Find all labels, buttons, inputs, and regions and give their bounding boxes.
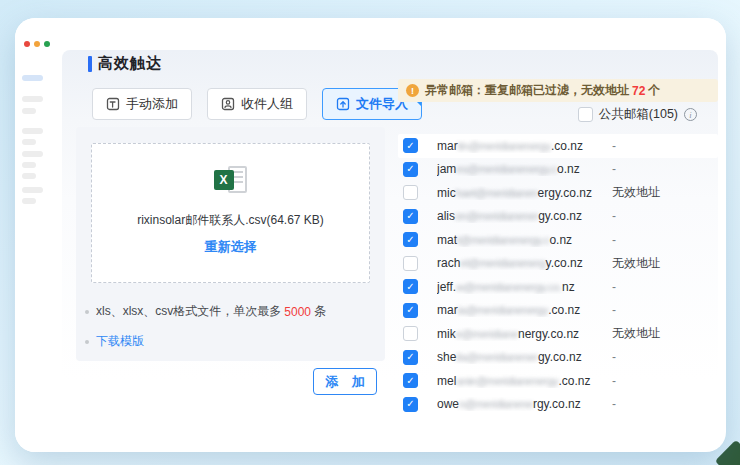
row-status: 无效地址 (612, 184, 660, 201)
sidebar-skeleton (15, 57, 62, 452)
redacted-email-part: e@meridiane (456, 327, 518, 339)
redacted-email-part: el@meridianenerg (460, 257, 545, 269)
tab-label: 手动添加 (126, 95, 178, 113)
public-mailbox-checkbox[interactable] (578, 107, 593, 122)
excel-file-icon: X (214, 166, 248, 196)
email-row[interactable]: jeff.w@meridianenergy.co.nz - (398, 275, 718, 299)
row-checkbox[interactable] (403, 303, 418, 318)
row-checkbox[interactable] (403, 350, 418, 365)
row-checkbox[interactable] (403, 373, 418, 388)
title-accent-bar (88, 56, 92, 72)
email-address: michael@meridianenergy.co.nz (437, 186, 612, 200)
email-row[interactable]: james@meridianenergy.co.nz - (398, 158, 718, 182)
sidebar-skeleton-item (22, 139, 36, 145)
redacted-email-part: anie@meridianenergy (456, 374, 558, 386)
upload-tips: xls、xlsx、csv格式文件，单次最多 5000 条 下载模版 (85, 290, 326, 350)
minimize-window-icon[interactable] (34, 41, 40, 47)
page-background: 高效触达 手动添加 收件人组 (0, 0, 740, 465)
row-checkbox[interactable] (403, 185, 418, 200)
sidebar-skeleton-item (22, 173, 36, 179)
sidebar-skeleton-item (22, 162, 36, 168)
email-row[interactable]: michael@meridianenergy.co.nz 无效地址 (398, 181, 718, 205)
row-status: - (612, 350, 616, 364)
email-address: alison@meridianenergy.co.nz (437, 209, 612, 223)
email-row[interactable]: sheila@meridianenergy.co.nz - (398, 346, 718, 370)
main-content: 高效触达 手动添加 收件人组 (62, 50, 718, 447)
email-row[interactable]: alison@meridianenergy.co.nz - (398, 205, 718, 229)
sidebar-skeleton-item (22, 75, 43, 81)
email-address: owen@meridianenergy.co.nz (437, 397, 612, 411)
sidebar-skeleton-item (22, 108, 36, 114)
row-checkbox[interactable] (403, 397, 418, 412)
email-row[interactable]: melanie@meridianenergy.co.nz - (398, 369, 718, 393)
file-upload-card: X rixinsolar邮件联系人.csv(64.67 KB) 重新选择 xls… (76, 127, 385, 361)
traffic-lights (24, 41, 50, 47)
row-status: - (612, 162, 616, 176)
email-row[interactable]: mike@meridianenergy.co.nz 无效地址 (398, 322, 718, 346)
row-checkbox[interactable] (403, 326, 418, 341)
bullet-dot (85, 340, 89, 344)
tab-label: 收件人组 (241, 95, 293, 113)
row-status: - (612, 209, 616, 223)
redacted-email-part: t@meridianenergy.c (457, 233, 549, 245)
maximize-window-icon[interactable] (44, 41, 50, 47)
sidebar-skeleton-item (22, 198, 36, 204)
reselect-file-link[interactable]: 重新选择 (92, 238, 369, 256)
row-checkbox[interactable] (403, 279, 418, 294)
email-address: martin@meridianenergy.co.nz (437, 139, 612, 153)
tab-recipient-group[interactable]: 收件人组 (207, 88, 307, 120)
email-row[interactable]: owen@meridianenergy.co.nz - (398, 393, 718, 417)
tab-manual-add[interactable]: 手动添加 (92, 88, 192, 120)
row-checkbox[interactable] (403, 138, 418, 153)
page-title: 高效触达 (88, 54, 162, 73)
app-window: 高效触达 手动添加 收件人组 (15, 18, 726, 452)
row-status: - (612, 397, 616, 411)
sidebar-skeleton-item (22, 151, 43, 157)
public-mailbox-label: 公共邮箱(105) (599, 106, 678, 123)
format-tip-suffix: 条 (314, 303, 326, 320)
template-tip: 下载模版 (85, 333, 326, 350)
email-list: martin@meridianenergy.co.nz - james@meri… (398, 134, 718, 416)
page-title-text: 高效触达 (98, 54, 162, 73)
format-tip-text: xls、xlsx、csv格式文件，单次最多 (96, 303, 281, 320)
row-status: - (612, 303, 616, 317)
email-row[interactable]: maria@meridianenergy.co.nz - (398, 299, 718, 323)
bullet-dot (85, 310, 89, 314)
row-checkbox[interactable] (403, 162, 418, 177)
row-checkbox[interactable] (403, 232, 418, 247)
email-row[interactable]: matt@meridianenergy.co.nz - (398, 228, 718, 252)
redacted-email-part: tin@meridianenergy (458, 139, 551, 151)
sidebar-skeleton-item (22, 128, 43, 134)
row-checkbox[interactable] (403, 209, 418, 224)
redacted-email-part: ila@meridianener (456, 351, 538, 363)
email-row[interactable]: martin@meridianenergy.co.nz - (398, 134, 718, 158)
email-address: sheila@meridianenergy.co.nz (437, 350, 612, 364)
sidebar-skeleton-item (22, 187, 43, 193)
add-button[interactable]: 添 加 (313, 368, 377, 395)
manual-add-icon (106, 97, 120, 111)
abnormal-mailbox-warning: ! 异常邮箱：重复邮箱已过滤，无效地址 72 个 (398, 79, 718, 102)
close-window-icon[interactable] (24, 41, 30, 47)
email-address: maria@meridianenergy.co.nz (437, 303, 612, 317)
file-import-icon (336, 97, 350, 111)
redacted-email-part: w@meridianenergy.co. (456, 280, 562, 292)
info-icon[interactable]: i (684, 108, 697, 121)
redacted-email-part: es@meridianenergy.c (456, 163, 557, 175)
row-status: - (612, 280, 616, 294)
redacted-email-part: ia@meridianenergy (458, 304, 548, 316)
row-status: 无效地址 (612, 255, 660, 272)
email-address: melanie@meridianenergy.co.nz (437, 374, 612, 388)
email-address: jeff.w@meridianenergy.co.nz (437, 280, 612, 294)
download-template-link[interactable]: 下载模版 (96, 333, 144, 350)
recipient-group-icon (221, 97, 235, 111)
import-mode-tabs: 手动添加 收件人组 文件导入 (92, 88, 422, 120)
format-tip-max: 5000 (284, 305, 311, 319)
redacted-email-part: hael@meridianen (456, 186, 538, 198)
row-checkbox[interactable] (403, 256, 418, 271)
email-address: rachel@meridianenergy.co.nz (437, 256, 612, 270)
email-row[interactable]: rachel@meridianenergy.co.nz 无效地址 (398, 252, 718, 276)
file-dropzone[interactable]: X rixinsolar邮件联系人.csv(64.67 KB) 重新选择 (91, 143, 370, 283)
email-address: mike@meridianenergy.co.nz (437, 327, 612, 341)
redacted-email-part: on@meridianener (455, 210, 538, 222)
uploaded-filename: rixinsolar邮件联系人.csv(64.67 KB) (92, 212, 369, 229)
